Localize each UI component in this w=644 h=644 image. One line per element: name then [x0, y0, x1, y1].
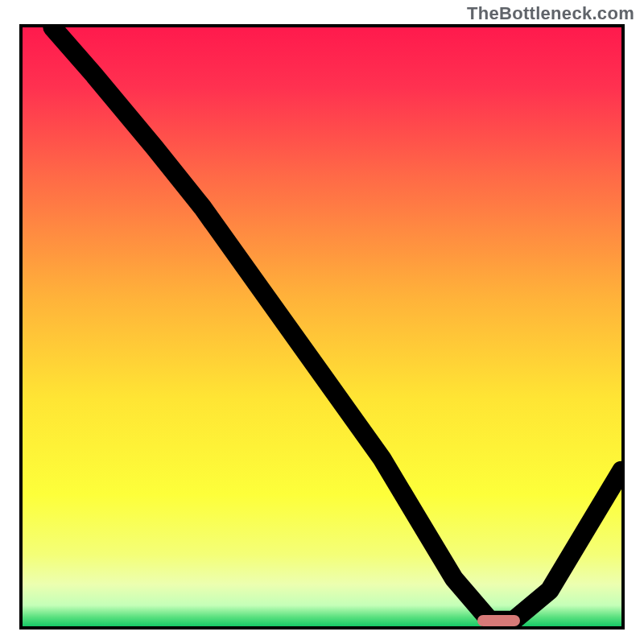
plot-area [19, 24, 625, 630]
chart-container: TheBottleneck.com [0, 0, 644, 644]
watermark-text: TheBottleneck.com [467, 3, 634, 24]
bottleneck-curve [23, 27, 621, 626]
optimal-range-marker [477, 615, 519, 626]
